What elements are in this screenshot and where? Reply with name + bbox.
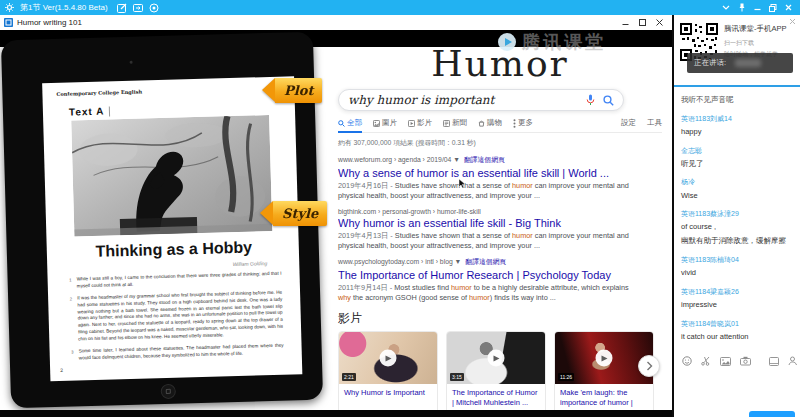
chat-username: 英语1183陈楠琦04	[681, 255, 793, 264]
watermark-text: 腾讯课堂	[522, 30, 606, 54]
translate-link[interactable]: 翻譯這個網頁	[464, 156, 505, 163]
search-result: bigthink.com › personal-growth › humor-l…	[338, 208, 640, 251]
search-results: www.weforum.org › agenda › 2019/04 ▼翻譯這個…	[338, 155, 640, 303]
tab-tools[interactable]: 工具	[647, 118, 662, 128]
result-url[interactable]: bigthink.com › personal-growth › humor-l…	[338, 208, 640, 215]
tab-videos[interactable]: 影片	[408, 118, 432, 128]
search-result: www.weforum.org › agenda › 2019/04 ▼翻譯這個…	[338, 155, 640, 201]
app-promo-title: 腾讯课堂-手机APP	[724, 24, 797, 34]
image-icon[interactable]	[720, 357, 731, 366]
mouse-cursor-icon	[458, 179, 466, 189]
play-icon[interactable]	[488, 350, 505, 367]
restore-window-icon[interactable]	[769, 4, 777, 12]
textbook-page: Contemporary College English Text A	[42, 76, 302, 381]
text-a-label: Text A	[69, 106, 105, 118]
paragraph: 2 It was the headmaster of my grammar sc…	[66, 289, 283, 343]
tab-settings[interactable]: 設定	[621, 118, 636, 128]
member-list-icon[interactable]	[788, 356, 797, 366]
callout-arrow-icon	[262, 78, 275, 102]
camera-icon[interactable]	[740, 356, 751, 366]
result-title[interactable]: Why humor is an essential life skill - B…	[338, 217, 640, 229]
app-promo-section: 腾讯课堂-手机APP 扫一扫下载 随时随地，想学就学 正在讲话:	[674, 15, 800, 73]
mic-icon[interactable]	[586, 94, 595, 106]
speaking-toast: 正在讲话:	[687, 53, 793, 73]
play-icon[interactable]	[596, 350, 613, 367]
chat-message: 幽默有助于消除敌意，缓解摩擦	[681, 236, 793, 246]
result-snippet: 2011年9月14日 - Most studies find humor to …	[338, 283, 640, 303]
search-page: Humor 全部	[330, 42, 670, 417]
pin-icon[interactable]	[738, 3, 746, 12]
play-logo-icon	[498, 33, 516, 51]
result-url[interactable]: www.weforum.org › agenda › 2019/04 ▼翻譯這個…	[338, 155, 640, 165]
chat-toolbar	[674, 351, 800, 371]
tab-shopping[interactable]: 購物	[478, 118, 502, 128]
video-thumbnail[interactable]: 3:15	[447, 332, 545, 384]
slide-area: 腾讯课堂 Contemporary College English Text A	[0, 30, 672, 417]
close-window-icon[interactable]	[785, 4, 792, 11]
video-card[interactable]: 3:15 The Importance of Humor | Mitchell …	[446, 331, 546, 417]
paragraph-number: 3	[68, 350, 74, 363]
chat-username: 英语1183刘威14	[681, 114, 793, 123]
translate-link[interactable]: 翻譯這個網頁	[465, 258, 506, 265]
paragraph: 3 Some time later, I learned about these…	[68, 343, 284, 363]
streaming-titlebar: 第1节 Ver(1.5.4.80 Beta)	[0, 0, 800, 15]
minimize-window-icon[interactable]	[754, 4, 761, 11]
chat-message: Wise	[681, 191, 793, 201]
app-icon	[4, 18, 13, 27]
record-icon[interactable]	[149, 3, 159, 13]
speaking-label: 正在讲话:	[694, 58, 726, 68]
screenshot-scissors-icon[interactable]	[701, 356, 711, 366]
tab-more[interactable]: 更多	[513, 118, 533, 128]
play-icon[interactable]	[380, 350, 397, 367]
paragraph-number: 2	[66, 296, 73, 343]
edit-icon[interactable]	[117, 3, 127, 13]
carousel-next-button[interactable]	[638, 355, 660, 377]
chat-username: 英语1183蔡泳潼29	[681, 209, 793, 218]
bottom-black-strip	[0, 410, 672, 417]
speaker-name-blurred	[735, 59, 761, 67]
result-snippet: 2019年4月13日 - Studies have shown that a s…	[338, 231, 640, 251]
divider	[109, 106, 110, 116]
tab-images[interactable]: 圖片	[373, 118, 397, 128]
video-duration: 3:15	[450, 373, 464, 381]
scan-label: 扫一扫下载	[724, 39, 797, 48]
chat-username: 英语1184梁嘉颖26	[681, 287, 793, 296]
paragraph-text: Some time later, I learned about these s…	[79, 343, 284, 362]
video-duration: 11:26	[558, 373, 574, 381]
chat-message: 我听不见声音呢	[681, 95, 793, 105]
result-title[interactable]: Why a sense of humor is an essential lif…	[338, 167, 640, 179]
search-icon[interactable]	[603, 95, 614, 106]
videos-carousel: 2:21 Why Humor is Important Izzy G YouTu…	[338, 331, 662, 417]
search-input[interactable]	[348, 93, 578, 107]
tablet-home-button	[161, 384, 176, 399]
video-card[interactable]: 11:26 Make 'em laugh: the importance of …	[554, 331, 654, 417]
tab-news[interactable]: 新聞	[443, 118, 467, 128]
callout-arrow-icon	[260, 201, 273, 225]
maximize-icon[interactable]	[639, 19, 646, 26]
essay-title: Thinking as a Hobby	[61, 238, 287, 262]
chat-username: 杨冷	[681, 177, 793, 186]
chat-message-list[interactable]: 我听不见声音呢 英语1183刘威14 happy 金志聪 听见了 杨冷 Wise…	[674, 85, 800, 351]
presentation-window: Humor writing 101 腾讯课堂 Contemporary Coll…	[0, 15, 672, 417]
result-title[interactable]: The Importance of Humor Research | Psych…	[338, 269, 640, 281]
chat-message: of course ,	[681, 222, 793, 232]
share-screen-icon[interactable]	[133, 3, 143, 13]
chat-username: 金志聪	[681, 146, 793, 155]
minimize-icon[interactable]	[622, 19, 629, 26]
chat-message: it catch our attention	[681, 332, 793, 342]
search-box[interactable]	[338, 89, 624, 111]
chat-window-icon[interactable]	[769, 357, 779, 366]
callout-label: Plot	[275, 78, 322, 103]
settings-gear-icon[interactable]	[5, 3, 14, 12]
chat-message: 听见了	[681, 159, 793, 169]
close-icon[interactable]	[656, 19, 663, 26]
result-url[interactable]: www.psychologytoday.com › intl › blog ▼翻…	[338, 257, 640, 267]
send-button[interactable]	[749, 411, 795, 417]
emoji-icon[interactable]	[682, 356, 692, 366]
video-thumbnail[interactable]: 11:26	[555, 332, 653, 384]
tab-all[interactable]: 全部	[338, 118, 362, 133]
session-title: 第1节 Ver(1.5.4.80 Beta)	[20, 4, 108, 12]
video-thumbnail[interactable]: 2:21	[339, 332, 437, 384]
video-card[interactable]: 2:21 Why Humor is Important Izzy G YouTu…	[338, 331, 438, 417]
chevron-down-icon[interactable]	[722, 5, 730, 10]
